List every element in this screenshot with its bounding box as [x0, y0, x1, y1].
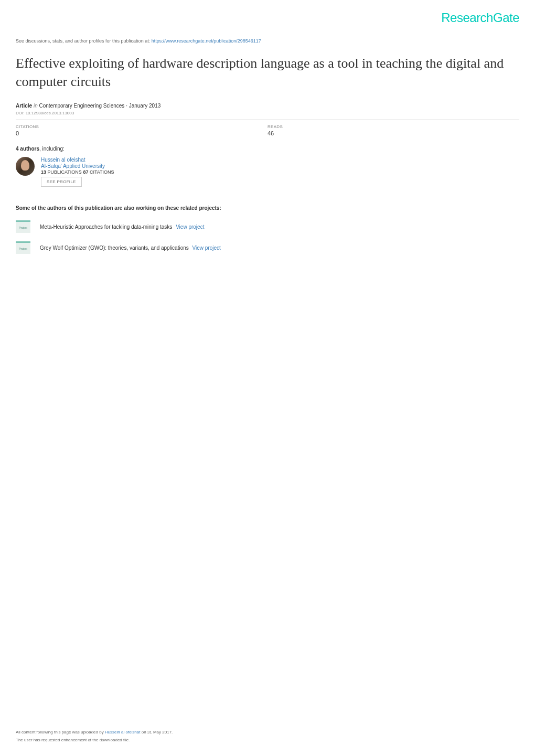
researchgate-logo[interactable]: ResearchGate — [441, 10, 519, 25]
authors-count: 4 authors — [16, 146, 39, 152]
citations-block: CITATIONS 0 — [16, 124, 268, 136]
doi-line: DOI: 10.12988/ces.2013.13003 — [0, 110, 535, 120]
avatar[interactable] — [16, 157, 35, 176]
footer-enhancement-line: The user has requested enhancement of th… — [16, 738, 173, 742]
footer-upload-line: All content following this page was uplo… — [16, 730, 173, 734]
pubs-num: 13 — [41, 169, 46, 175]
reads-value: 46 — [268, 130, 519, 136]
project-row: Project Grey Wolf Optimizer (GWO): theor… — [0, 237, 535, 258]
citations-value: 0 — [16, 130, 268, 136]
author-card: Hussein al ofeishat Al-Balqa' Applied Un… — [0, 156, 535, 192]
authors-heading: 4 authors, including: — [0, 141, 535, 156]
article-meta: Article in Contemporary Engineering Scie… — [0, 93, 535, 110]
related-projects-heading: Some of the authors of this publication … — [0, 192, 535, 216]
stats-row: CITATIONS 0 READS 46 — [16, 120, 519, 141]
discussion-line: See discussions, stats, and author profi… — [0, 30, 535, 46]
view-project-link[interactable]: View project — [192, 245, 221, 251]
cites-num: 87 — [83, 169, 88, 175]
footer: All content following this page was uplo… — [16, 730, 173, 746]
footer-prefix: All content following this page was uplo… — [16, 730, 105, 734]
project-row: Project Meta-Heuristic Approaches for ta… — [0, 216, 535, 237]
footer-suffix: on 31 May 2017. — [140, 730, 173, 734]
in-label: in — [34, 103, 38, 109]
author-name-link[interactable]: Hussein al ofeishat — [41, 157, 114, 163]
project-title: Meta-Heuristic Approaches for tackling d… — [40, 224, 172, 230]
publication-title[interactable]: Effective exploiting of hardware descrip… — [0, 46, 535, 93]
author-affiliation-link[interactable]: Al-Balqa' Applied University — [41, 163, 114, 169]
project-title: Grey Wolf Optimizer (GWO): theories, var… — [40, 245, 189, 251]
project-icon: Project — [16, 220, 30, 233]
authors-suffix: , including: — [39, 146, 65, 152]
author-pubcite: 13 PUBLICATIONS 87 CITATIONS — [41, 169, 114, 175]
article-label: Article — [16, 103, 32, 109]
reads-block: READS 46 — [268, 124, 519, 136]
cites-label: CITATIONS — [88, 169, 114, 175]
footer-author-link[interactable]: Hussein al ofeishat — [105, 730, 141, 734]
see-profile-button[interactable]: SEE PROFILE — [41, 177, 82, 187]
project-icon-label: Project — [19, 226, 27, 229]
pubs-label: PUBLICATIONS — [46, 169, 83, 175]
citations-label: CITATIONS — [16, 124, 268, 129]
journal-name: Contemporary Engineering Sciences · Janu… — [39, 103, 160, 109]
project-icon-label: Project — [19, 247, 27, 250]
discussion-prefix: See discussions, stats, and author profi… — [16, 38, 152, 44]
project-icon: Project — [16, 241, 30, 254]
view-project-link[interactable]: View project — [176, 224, 204, 230]
reads-label: READS — [268, 124, 519, 129]
publication-url-link[interactable]: https://www.researchgate.net/publication… — [152, 38, 261, 44]
